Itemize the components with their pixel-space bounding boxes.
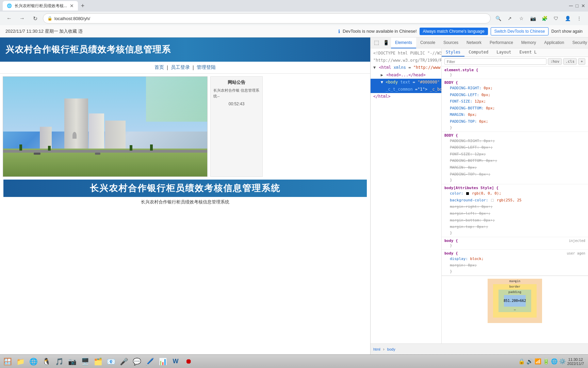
tab-console[interactable]: Console — [416, 37, 439, 48]
html-line-body-selected[interactable]: ▼ <body text = "#000000" bgcolor = "#fff… — [371, 79, 441, 86]
nav-employee-login[interactable]: 员工登录 — [171, 64, 190, 71]
prop-display: display: block; — [444, 256, 585, 262]
prop-padding-bottom-s: PADDING-BOTTOM: 0px+; — [444, 157, 585, 164]
devtools-icon-inspect[interactable]: ⬚ — [372, 37, 381, 48]
taskbar-mic-icon[interactable]: 🎤 — [118, 355, 130, 368]
style-rule-body1: BODY { PADDING-RIGHT: 0px; PADDING-LEFT:… — [442, 79, 588, 132]
taskbar-chat-icon[interactable]: 💬 — [131, 355, 143, 368]
new-tab-button[interactable]: + — [78, 1, 87, 11]
tab-elements[interactable]: Elements — [391, 37, 416, 48]
source-injected: injected — [569, 239, 585, 243]
tray-icon-5[interactable]: 🌐 — [551, 358, 558, 365]
share-icon[interactable]: ↗ — [505, 14, 514, 23]
nav-admin-login[interactable]: 管理登陆 — [197, 64, 216, 71]
taskbar-start-button[interactable]: 🪟 — [1, 355, 14, 368]
taskbar-penguin-icon[interactable]: 🐧 — [40, 355, 52, 368]
tray-icon-3[interactable]: 📶 — [535, 358, 541, 365]
padding-label: padding — [508, 290, 521, 294]
tray-icon-6[interactable]: ⚙️ — [559, 358, 566, 365]
window-maximize-button[interactable]: □ — [576, 3, 578, 9]
devtools-icon-device[interactable]: 📱 — [381, 37, 391, 48]
selector-useragent: body { — [444, 251, 458, 256]
taskbar-write-icon[interactable]: 🖊️ — [144, 355, 156, 368]
tray-icon-4[interactable]: 🔋 — [543, 358, 550, 365]
notification-bar: 2022/11/7 11:30:12 星期一 加入收藏 违 ℹ DevTools… — [0, 25, 588, 37]
web-content: 兴农村合作银行柜员绩效考核信息管理系 首页 | 员工登录 | 管理登陆 — [0, 37, 370, 354]
prop-font-size: FONT-SIZE: 12px; — [444, 98, 585, 105]
taskbar-monitor-icon[interactable]: 🖥️ — [79, 355, 91, 368]
taskbar-mail-icon[interactable]: 📧 — [105, 355, 117, 368]
tab-close-button[interactable]: ✕ — [70, 3, 74, 9]
taskbar-music-icon[interactable]: 🎵 — [53, 355, 65, 368]
bottom-body-elem[interactable]: body — [387, 347, 395, 351]
web-header: 兴农村合作银行柜员绩效考核信息管理系 — [0, 37, 370, 62]
prop-padding-left: PADDING-LEFT: 0px; — [444, 92, 585, 98]
shield-icon[interactable]: 🛡 — [551, 14, 561, 23]
taskbar-clock: 11:30:12 2022/11/7 — [567, 357, 584, 366]
prop-margin-bottom-s: margin-bottom: 0px+; — [444, 217, 585, 224]
taskbar-word-icon[interactable]: W — [169, 355, 182, 368]
window-minimize-button[interactable]: ─ — [569, 3, 573, 9]
taskbar-photo-icon[interactable]: 📷 — [66, 355, 78, 368]
prop-font-size-s: FONT-SIZE: 12px; — [444, 151, 585, 158]
window-close-button[interactable]: ✕ — [581, 3, 585, 9]
profile-icon[interactable]: 👤 — [563, 14, 572, 23]
margin-top-value: – — [514, 279, 516, 283]
tab-favicon: 🌐 — [7, 3, 12, 8]
bottom-html-elem[interactable]: html — [373, 347, 380, 351]
taskbar-browser-icon[interactable]: 🌐 — [27, 355, 39, 368]
switch-devtools-button[interactable]: Switch DevTools to Chinese — [491, 27, 549, 35]
styles-filter-plus[interactable]: + — [578, 58, 585, 65]
extension-icon[interactable]: 🧩 — [540, 14, 549, 23]
taskbar-spreadsheet-icon[interactable]: 📊 — [157, 355, 169, 368]
forward-button[interactable]: → — [17, 13, 27, 24]
menu-icon[interactable]: ⋮ — [574, 14, 584, 23]
tab-sources[interactable]: Sources — [439, 37, 462, 48]
tab-memory[interactable]: Memory — [517, 37, 540, 48]
subtab-event-listeners[interactable]: Event L — [516, 48, 541, 57]
tab-network[interactable]: Network — [462, 37, 486, 48]
selector-body1: BODY { — [444, 80, 458, 85]
box-dimensions: 851.200×662 — [504, 299, 526, 303]
devtools-body: <!DOCTYPE html PUBLIC "-//W3C//DTD HTML … — [371, 48, 588, 343]
style-rule-element: element.style { } — [442, 66, 588, 79]
subtab-styles[interactable]: Styles — [442, 48, 464, 57]
address-bar[interactable]: 🔒 localhost:8080/yh/ — [43, 13, 491, 24]
subtab-layout[interactable]: Layout — [492, 48, 515, 57]
browser-navigation-bar: ← → ↻ 🔒 localhost:8080/yh/ 🔍 ↗ ☆ 📷 🧩 🛡 👤… — [0, 12, 588, 25]
web-main-section: 网站公告 长兴农村合作银 信息管理系统-- 00:52:43 — [0, 74, 265, 180]
web-header-title: 兴农村合作银行柜员绩效考核信息管理系 — [0, 41, 370, 58]
taskbar-stop-icon[interactable]: ⏺ — [182, 355, 195, 368]
head-collapse-icon[interactable]: ▶ — [381, 73, 383, 77]
box-model-diagram: margin – border padding – 851.200×662 — [488, 279, 542, 323]
browser-tab[interactable]: 🌐 长兴农村银行柜员绩效考核... ✕ — [3, 1, 78, 11]
tab-security[interactable]: Security — [568, 37, 588, 48]
nav-home[interactable]: 首页 — [154, 64, 164, 71]
tab-application[interactable]: Application — [540, 37, 568, 48]
styles-filter-input[interactable] — [444, 58, 546, 65]
web-banner: 长兴农村合作银行柜员绩效考核信息管理系统 — [3, 180, 367, 197]
match-language-button[interactable]: Always match Chrome's language — [420, 28, 488, 35]
html-line-head: ▶ <head>...</head> — [371, 72, 441, 79]
browser-action-icons: 🔍 ↗ ☆ 📷 🧩 🛡 👤 ⋮ — [493, 14, 584, 23]
tab-title: 长兴农村银行柜员绩效考核... — [15, 3, 67, 9]
camera-icon[interactable]: 📷 — [528, 14, 538, 23]
styles-filter-cls[interactable]: .cls — [563, 58, 577, 65]
tray-icon-2[interactable]: 🔊 — [526, 358, 533, 365]
collapse-icon[interactable]: ▼ — [373, 65, 376, 70]
prop-margin-left-s: margin-left: 0px+; — [444, 210, 585, 217]
html-line-html: ▼ <html xmlns = "http://www.w3.org/1999/… — [371, 64, 441, 71]
taskbar-folder-icon[interactable]: 🗂️ — [92, 355, 104, 368]
tab-performance[interactable]: Performance — [486, 37, 517, 48]
styles-filter-hov[interactable]: :hov — [548, 58, 562, 65]
dismiss-button[interactable]: Don't show again — [551, 29, 583, 34]
subtab-computed[interactable]: Computed — [464, 48, 492, 57]
reload-button[interactable]: ↻ — [30, 13, 40, 24]
devtools-info-icon: ℹ — [338, 29, 340, 34]
prop-color: color: rgb(0, 0, 0); — [444, 190, 585, 197]
back-button[interactable]: ← — [4, 13, 14, 24]
taskbar-file-manager[interactable]: 📁 — [14, 355, 27, 368]
search-icon[interactable]: 🔍 — [493, 14, 503, 23]
bookmark-icon[interactable]: ☆ — [517, 14, 526, 23]
tray-icon-1[interactable]: 🔒 — [518, 358, 525, 365]
